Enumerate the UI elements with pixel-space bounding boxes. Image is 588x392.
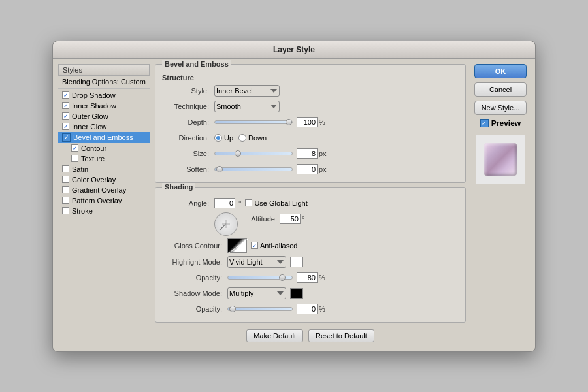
- bevel-emboss-checkbox[interactable]: [62, 133, 71, 142]
- shadow-mode-row: Shadow Mode: Multiply Normal Overlay: [162, 287, 459, 300]
- highlight-opacity-slider[interactable]: [227, 276, 293, 280]
- size-field-label: Size:: [162, 150, 214, 157]
- soften-slider-thumb[interactable]: [216, 166, 223, 172]
- ok-button[interactable]: OK: [474, 64, 527, 78]
- reset-to-default-button[interactable]: Reset to Default: [308, 329, 374, 342]
- dialog-body: Styles Blending Options: Custom Drop Sha…: [53, 59, 535, 351]
- shadow-opacity-unit: %: [319, 305, 325, 313]
- size-input[interactable]: [297, 148, 318, 159]
- shadow-color-swatch[interactable]: [290, 288, 303, 299]
- altitude-label: Altitude:: [243, 215, 277, 223]
- gradient-overlay-label: Gradient Overlay: [72, 186, 126, 194]
- gloss-contour-thumb[interactable]: [227, 238, 247, 253]
- technique-select[interactable]: Smooth Chisel Hard Chisel Soft: [214, 101, 280, 112]
- sidebar-item-color-overlay[interactable]: Color Overlay: [58, 174, 150, 185]
- direction-up-dot[interactable]: [214, 134, 222, 142]
- angle-row: Angle: ° Use Global Light: [162, 197, 459, 210]
- inner-glow-checkbox[interactable]: [62, 123, 69, 130]
- anti-aliased-checkbox[interactable]: [251, 242, 258, 249]
- highlight-mode-label: Highlight Mode:: [162, 258, 227, 266]
- angle-field-label: Angle:: [162, 199, 214, 207]
- satin-label: Satin: [72, 165, 88, 173]
- angle-input[interactable]: [214, 198, 235, 208]
- depth-input[interactable]: [297, 117, 318, 127]
- dialog-title: Layer Style: [273, 45, 315, 54]
- sidebar-item-outer-glow[interactable]: Outer Glow: [58, 111, 150, 122]
- left-panel: Styles Blending Options: Custom Drop Sha…: [58, 64, 150, 346]
- shadow-opacity-input[interactable]: [297, 304, 318, 314]
- contour-graph: [228, 239, 248, 253]
- highlight-opacity-unit: %: [319, 274, 325, 282]
- sidebar-item-inner-glow[interactable]: Inner Glow: [58, 122, 150, 132]
- soften-input[interactable]: [297, 164, 318, 174]
- depth-field-label: Depth:: [162, 118, 214, 126]
- sidebar-item-gradient-overlay[interactable]: Gradient Overlay: [58, 185, 150, 195]
- shadow-mode-select[interactable]: Multiply Normal Overlay: [227, 287, 286, 299]
- sidebar-item-satin[interactable]: Satin: [58, 164, 150, 174]
- style-dropdown-wrapper: Inner Bevel Outer Bevel Emboss Pillow Em…: [214, 85, 280, 97]
- inner-shadow-checkbox[interactable]: [62, 102, 69, 109]
- shadow-opacity-thumb[interactable]: [229, 306, 236, 312]
- sidebar-item-bevel-emboss[interactable]: Bevel and Emboss: [58, 132, 150, 143]
- highlight-opacity-row: Opacity: %: [162, 271, 459, 284]
- depth-slider-thumb[interactable]: [286, 119, 292, 125]
- stroke-checkbox[interactable]: [62, 207, 69, 214]
- highlight-color-swatch[interactable]: [290, 257, 303, 267]
- satin-checkbox[interactable]: [62, 165, 69, 172]
- highlight-opacity-thumb[interactable]: [279, 274, 286, 281]
- sidebar-item-pattern-overlay[interactable]: Pattern Overlay: [58, 195, 150, 206]
- use-global-light-label: Use Global Light: [254, 199, 307, 207]
- direction-field-label: Direction:: [162, 134, 214, 142]
- altitude-group: Altitude: °: [243, 212, 304, 225]
- sidebar-item-texture[interactable]: Texture: [58, 154, 150, 164]
- texture-label: Texture: [81, 155, 105, 163]
- style-select[interactable]: Inner Bevel Outer Bevel Emboss Pillow Em…: [214, 85, 280, 97]
- soften-slider[interactable]: [214, 167, 293, 171]
- color-overlay-checkbox[interactable]: [62, 176, 69, 183]
- sidebar-item-drop-shadow[interactable]: Drop Shadow: [58, 90, 150, 101]
- preview-checkbox[interactable]: [480, 119, 489, 127]
- size-slider-thumb[interactable]: [235, 150, 241, 157]
- shadow-opacity-slider[interactable]: [227, 307, 293, 311]
- stroke-label: Stroke: [72, 207, 93, 215]
- depth-unit: %: [319, 118, 325, 126]
- use-global-light-checkbox[interactable]: [245, 199, 252, 206]
- depth-slider[interactable]: [214, 120, 293, 124]
- styles-title[interactable]: Styles: [58, 64, 150, 76]
- layer-style-dialog: Layer Style Styles Blending Options: Cus…: [52, 41, 536, 352]
- direction-radio-group: Up Down: [214, 134, 267, 142]
- size-slider[interactable]: [214, 152, 293, 155]
- technique-dropdown-wrapper: Smooth Chisel Hard Chisel Soft: [214, 101, 280, 112]
- pattern-overlay-label: Pattern Overlay: [72, 197, 122, 204]
- outer-glow-checkbox[interactable]: [62, 112, 69, 120]
- pattern-overlay-checkbox[interactable]: [62, 197, 69, 204]
- cancel-button[interactable]: Cancel: [474, 82, 527, 97]
- sidebar-item-contour[interactable]: Contour: [58, 143, 150, 154]
- size-row: Size: px: [162, 147, 459, 160]
- sidebar-item-inner-shadow[interactable]: Inner Shadow: [58, 101, 150, 111]
- texture-checkbox[interactable]: [71, 155, 78, 162]
- depth-row: Depth: %: [162, 116, 459, 129]
- gloss-contour-row: Gloss Contour: Anti-aliased: [162, 238, 459, 253]
- blending-options-label: Blending Options: Custom: [62, 78, 146, 86]
- highlight-mode-select[interactable]: Vivid Light Normal Screen Overlay: [227, 256, 286, 268]
- direction-down-label: Down: [248, 134, 267, 142]
- shading-section-title: Shading: [162, 183, 195, 191]
- make-default-button[interactable]: Make Default: [246, 329, 303, 342]
- sidebar-item-stroke[interactable]: Stroke: [58, 206, 150, 216]
- contour-checkbox[interactable]: [71, 144, 78, 152]
- spacer-label: [162, 212, 214, 218]
- direction-down-dot[interactable]: [238, 134, 246, 142]
- direction-up-radio[interactable]: Up: [214, 134, 233, 142]
- drop-shadow-checkbox[interactable]: [62, 91, 69, 99]
- angle-dial[interactable]: [214, 212, 238, 236]
- gradient-overlay-checkbox[interactable]: [62, 186, 69, 193]
- anti-aliased-label: Anti-aliased: [260, 242, 297, 250]
- direction-down-radio[interactable]: Down: [238, 134, 267, 142]
- altitude-row: Altitude: °: [243, 212, 304, 225]
- direction-row: Direction: Up Down: [162, 131, 459, 144]
- new-style-button[interactable]: New Style...: [474, 101, 527, 115]
- altitude-input[interactable]: [280, 214, 301, 224]
- highlight-opacity-input[interactable]: [297, 272, 318, 283]
- blending-options-item[interactable]: Blending Options: Custom: [58, 76, 150, 87]
